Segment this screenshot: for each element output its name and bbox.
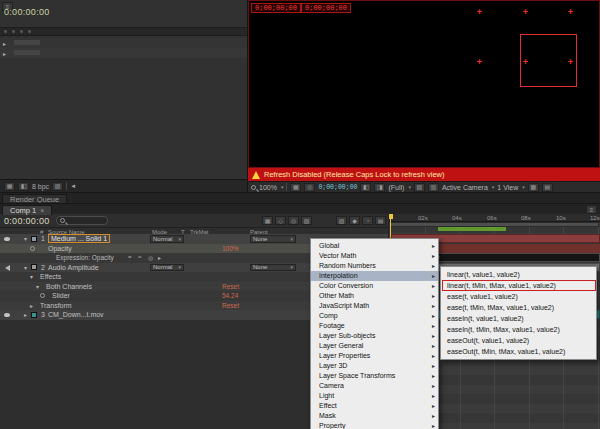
property-value[interactable]: 100% — [222, 245, 239, 252]
property-name[interactable]: Opacity — [48, 245, 72, 252]
submenu-item-easeout-tmin-tmax[interactable]: easeOut(t, tMin, tMax, value1, value2) — [441, 346, 596, 357]
expression-enable-icon[interactable]: = — [128, 254, 132, 260]
submenu-item-easein-tmin-tmax[interactable]: easeIn(t, tMin, tMax, value1, value2) — [441, 324, 596, 335]
hide-shy-icon[interactable]: ◎ — [288, 216, 299, 225]
close-icon[interactable]: × — [40, 207, 44, 214]
new-folder-icon[interactable]: ▨ — [52, 182, 63, 191]
stopwatch-icon[interactable] — [40, 293, 45, 298]
menu-item-interpolation[interactable]: Interpolation▸ — [311, 271, 438, 281]
menu-item-javascript-math[interactable]: JavaScript Math▸ — [311, 301, 438, 311]
layer-name[interactable]: Audio Amplitude — [48, 264, 99, 271]
layer-name[interactable]: CM_Down...t.mov — [48, 311, 104, 318]
submenu-item-linear[interactable]: linear(t, value1, value2) — [441, 269, 596, 280]
menu-item-layer-general[interactable]: Layer General▸ — [311, 341, 438, 351]
fast-preview-icon[interactable]: ▤ — [542, 183, 553, 192]
safe-zones-icon[interactable]: ▦ — [290, 183, 301, 192]
list-item[interactable]: ▸ — [0, 48, 247, 58]
transparency-grid-icon[interactable]: ▥ — [428, 183, 439, 192]
mode-dropdown[interactable]: Normal▾ — [150, 264, 184, 272]
parent-dropdown[interactable]: None▾ — [250, 264, 296, 272]
eye-icon[interactable] — [4, 237, 10, 241]
menu-item-camera[interactable]: Camera▸ — [311, 381, 438, 391]
auto-keyframe-icon[interactable]: ◔ — [362, 216, 373, 225]
timeline-timecode[interactable]: 0:00:00:00 — [4, 216, 50, 226]
twirl-icon[interactable]: ▾ — [36, 283, 39, 290]
twirl-icon[interactable]: ▸ — [3, 50, 6, 57]
menu-item-comp[interactable]: Comp▸ — [311, 311, 438, 321]
submenu-item-ease[interactable]: ease(t, value1, value2) — [441, 291, 596, 302]
submenu-item-ease-tmin-tmax[interactable]: ease(t, tMin, tMax, value1, value2) — [441, 302, 596, 313]
effect-name[interactable]: Both Channels — [46, 283, 92, 290]
twirl-icon[interactable]: ▸ — [30, 302, 33, 309]
audio-speaker-icon[interactable] — [5, 265, 10, 271]
draft-3d-icon[interactable]: ◇ — [275, 216, 286, 225]
submenu-item-easeout[interactable]: easeOut(t, value1, value2) — [441, 335, 596, 346]
panel-menu-icon[interactable]: ≡ — [586, 205, 597, 214]
layer-bounds-outline[interactable] — [520, 34, 577, 87]
group-name[interactable]: Transform — [40, 302, 72, 309]
property-name[interactable]: Slider — [52, 292, 70, 299]
left-panel-timecode[interactable]: 0:00:00:00 — [4, 7, 50, 17]
mode-dropdown[interactable]: Normal▾ — [150, 235, 184, 243]
viewer-toolbar-timecode[interactable]: 0;00;00;00 — [318, 184, 357, 191]
menu-item-color-conversion[interactable]: Color Conversion▸ — [311, 281, 438, 291]
motion-blur-icon[interactable]: ▨ — [336, 216, 347, 225]
brainstorm-icon[interactable]: ◆ — [349, 216, 360, 225]
menu-item-effect[interactable]: Effect▸ — [311, 401, 438, 411]
menu-item-layer-properties[interactable]: Layer Properties▸ — [311, 351, 438, 361]
expression-language-menu-icon[interactable]: ▸ — [158, 254, 161, 261]
layer-color-chip[interactable] — [31, 236, 37, 242]
composition-mini-flowchart-icon[interactable]: ▦ — [262, 216, 273, 225]
stopwatch-icon[interactable] — [30, 246, 35, 251]
submenu-item-easein[interactable]: easeIn(t, value1, value2) — [441, 313, 596, 324]
menu-item-layer-space-transforms[interactable]: Layer Space Transforms▸ — [311, 371, 438, 381]
proxy-icon[interactable]: ◧ — [18, 182, 29, 191]
menu-item-vector-math[interactable]: Vector Math▸ — [311, 251, 438, 261]
snapshot-icon[interactable]: ◧ — [360, 183, 371, 192]
menu-item-layer-3d[interactable]: Layer 3D▸ — [311, 361, 438, 371]
scroll-left-icon[interactable]: ◄ — [70, 183, 76, 189]
layer-color-chip[interactable] — [31, 312, 37, 318]
menu-item-property[interactable]: Property▸ — [311, 421, 438, 429]
reset-link[interactable]: Reset — [222, 283, 239, 290]
twirl-icon[interactable]: ▸ — [24, 311, 27, 318]
pixel-aspect-icon[interactable]: ▩ — [528, 183, 539, 192]
pickwhip-icon[interactable]: ◎ — [148, 254, 153, 261]
mask-visibility-icon[interactable]: ◎ — [304, 183, 315, 192]
parent-dropdown[interactable]: None▾ — [250, 235, 296, 243]
eye-icon[interactable] — [4, 313, 10, 317]
frame-blend-icon[interactable]: ▧ — [301, 216, 312, 225]
menu-item-light[interactable]: Light▸ — [311, 391, 438, 401]
list-item[interactable]: ▸ — [0, 38, 247, 48]
show-channel-icon[interactable]: ◨ — [374, 183, 385, 192]
menu-item-other-math[interactable]: Other Math▸ — [311, 291, 438, 301]
menu-item-random-numbers[interactable]: Random Numbers▸ — [311, 261, 438, 271]
submenu-item-linear-tmin-tmax[interactable]: linear(t, tMin, tMax, value1, value2) — [441, 280, 596, 291]
time-ruler[interactable]: 02s 04s 06s 08s 10s 12s — [389, 214, 600, 222]
twirl-icon[interactable]: ▾ — [24, 235, 27, 242]
viewer-timecode-left[interactable]: 0;00;00;00 — [251, 3, 301, 13]
bit-depth-label[interactable]: 8 bpc — [32, 183, 49, 190]
twirl-icon[interactable]: ▾ — [24, 264, 27, 271]
layer-color-chip[interactable] — [31, 264, 37, 270]
group-name[interactable]: Effects — [40, 273, 61, 280]
project-flowchart-icon[interactable]: ▦ — [4, 182, 15, 191]
zoom-level-dropdown[interactable]: 100% — [259, 184, 277, 191]
active-camera-dropdown[interactable]: Active Camera — [442, 184, 488, 191]
twirl-icon[interactable]: ▾ — [30, 273, 33, 280]
menu-item-global[interactable]: Global▸ — [311, 241, 438, 251]
viewer-timecode-right[interactable]: 0;00;00;00 — [301, 3, 351, 13]
menu-item-mask[interactable]: Mask▸ — [311, 411, 438, 421]
tab-comp-1[interactable]: Comp 1× — [2, 205, 52, 215]
layer-name[interactable]: Medium ... Solid 1 — [48, 234, 110, 243]
region-of-interest-icon[interactable]: ▧ — [414, 183, 425, 192]
composition-viewer[interactable]: 0;00;00;00 0;00;00;00 + + + + + + — [248, 0, 600, 168]
view-layout-dropdown[interactable]: 1 View — [497, 184, 518, 191]
property-value[interactable]: 54.24 — [222, 292, 238, 299]
graph-editor-icon[interactable]: ▤ — [375, 216, 386, 225]
timeline-search-input[interactable] — [56, 216, 108, 225]
resolution-dropdown[interactable]: (Full) — [388, 184, 404, 191]
twirl-icon[interactable]: ▸ — [3, 40, 6, 47]
menu-item-layer-sub-objects[interactable]: Layer Sub-objects▸ — [311, 331, 438, 341]
menu-item-footage[interactable]: Footage▸ — [311, 321, 438, 331]
